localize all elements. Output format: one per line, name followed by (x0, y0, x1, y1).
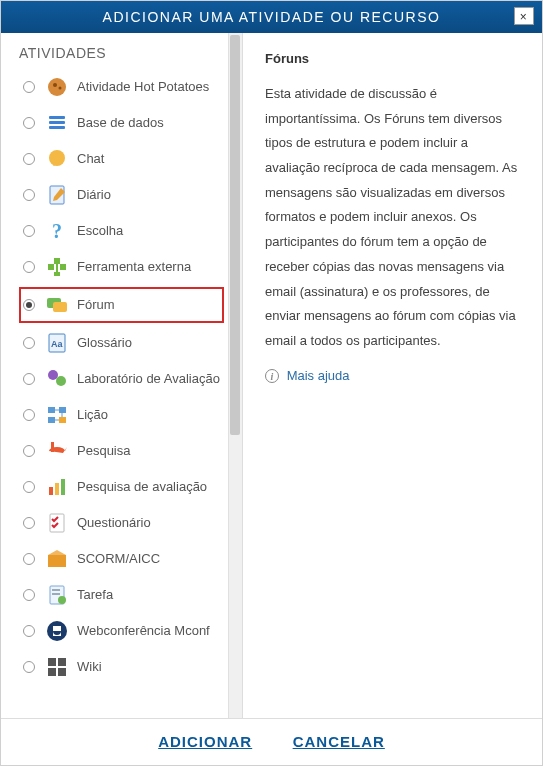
activity-item-glossary[interactable]: AaGlossário (19, 325, 224, 361)
activity-label: Pesquisa (77, 443, 130, 459)
radio-lti[interactable] (23, 261, 35, 273)
activity-label: Wiki (77, 659, 102, 675)
svg-rect-4 (49, 121, 65, 124)
dialog-footer: ADICIONAR CANCELAR (1, 718, 542, 765)
activity-label: Pesquisa de avaliação (77, 479, 207, 495)
lesson-icon (45, 403, 69, 427)
radio-assign[interactable] (23, 589, 35, 601)
activity-item-lesson[interactable]: Lição (19, 397, 224, 433)
svg-rect-29 (52, 589, 60, 591)
activity-item-diary[interactable]: Diário (19, 177, 224, 213)
svg-rect-23 (55, 483, 59, 495)
radio-workshop[interactable] (23, 373, 35, 385)
radio-quiz[interactable] (23, 517, 35, 529)
radio-lesson[interactable] (23, 409, 35, 421)
chat-icon (45, 147, 69, 171)
scrollbar-track[interactable] (228, 33, 242, 718)
diary-icon (45, 183, 69, 207)
activity-label: Base de dados (77, 115, 164, 131)
quiz-icon (45, 511, 69, 535)
activity-label: Diário (77, 187, 111, 203)
svg-rect-9 (48, 264, 54, 270)
mconf-icon (45, 619, 69, 643)
svg-point-15 (48, 370, 58, 380)
more-help-link[interactable]: Mais ajuda (287, 368, 350, 383)
dialog-title: ADICIONAR UMA ATIVIDADE OU RECURSO (103, 9, 441, 25)
svg-rect-10 (60, 264, 66, 270)
activity-item-forum[interactable]: Fórum (19, 287, 224, 323)
activity-item-workshop[interactable]: Laboratório de Avaliação (19, 361, 224, 397)
svg-point-1 (53, 83, 57, 87)
activity-label: Glossário (77, 335, 132, 351)
feedback-icon (45, 475, 69, 499)
activity-label: Webconferência Mconf (77, 623, 210, 639)
scrollbar-thumb[interactable] (230, 35, 240, 435)
svg-rect-24 (61, 479, 65, 495)
database-icon (45, 111, 69, 135)
svg-rect-22 (49, 487, 53, 495)
radio-choice[interactable] (23, 225, 35, 237)
dialog-header: ADICIONAR UMA ATIVIDADE OU RECURSO × (1, 1, 542, 33)
activity-label: Questionário (77, 515, 151, 531)
svg-rect-19 (48, 417, 55, 423)
radio-forum[interactable] (23, 299, 35, 311)
svg-rect-18 (59, 407, 66, 413)
activity-item-survey[interactable]: Pesquisa (19, 433, 224, 469)
description-panel: Fóruns Esta atividade de discussão é imp… (243, 33, 542, 718)
svg-rect-26 (48, 555, 66, 567)
activity-item-hotpotatoes[interactable]: Atividade Hot Potatoes (19, 69, 224, 105)
dialog-body: ATIVIDADES Atividade Hot PotatoesBase de… (1, 33, 542, 718)
activity-item-database[interactable]: Base de dados (19, 105, 224, 141)
close-button[interactable]: × (514, 7, 534, 25)
lti-icon (45, 255, 69, 279)
activity-item-chat[interactable]: Chat (19, 141, 224, 177)
activity-label: Tarefa (77, 587, 113, 603)
choice-icon: ? (45, 219, 69, 243)
description-title: Fóruns (265, 51, 518, 66)
activity-label: Laboratório de Avaliação (77, 371, 220, 387)
workshop-icon (45, 367, 69, 391)
activity-label: Fórum (77, 297, 115, 313)
svg-point-2 (59, 87, 62, 90)
radio-database[interactable] (23, 117, 35, 129)
activity-item-scorm[interactable]: SCORM/AICC (19, 541, 224, 577)
scorm-icon (45, 547, 69, 571)
hotpotatoes-icon (45, 75, 69, 99)
activity-item-feedback[interactable]: Pesquisa de avaliação (19, 469, 224, 505)
svg-point-0 (48, 78, 66, 96)
add-button[interactable]: ADICIONAR (158, 733, 252, 750)
activity-label: SCORM/AICC (77, 551, 160, 567)
wiki-icon (45, 655, 69, 679)
glossary-icon: Aa (45, 331, 69, 355)
svg-rect-33 (58, 658, 66, 666)
radio-diary[interactable] (23, 189, 35, 201)
radio-mconf[interactable] (23, 625, 35, 637)
radio-glossary[interactable] (23, 337, 35, 349)
activity-label: Ferramenta externa (77, 259, 191, 275)
activity-label: Atividade Hot Potatoes (77, 79, 209, 95)
activity-list: Atividade Hot PotatoesBase de dadosChatD… (19, 69, 224, 685)
radio-survey[interactable] (23, 445, 35, 457)
svg-rect-34 (48, 668, 56, 676)
forum-icon (45, 293, 69, 317)
activity-item-lti[interactable]: Ferramenta externa (19, 249, 224, 285)
radio-scorm[interactable] (23, 553, 35, 565)
svg-point-16 (56, 376, 66, 386)
svg-rect-17 (48, 407, 55, 413)
activity-item-assign[interactable]: Tarefa (19, 577, 224, 613)
activity-item-mconf[interactable]: Webconferência Mconf (19, 613, 224, 649)
activity-item-choice[interactable]: ?Escolha (19, 213, 224, 249)
activity-list-panel: ATIVIDADES Atividade Hot PotatoesBase de… (1, 33, 243, 718)
radio-feedback[interactable] (23, 481, 35, 493)
svg-text:Aa: Aa (51, 339, 63, 349)
cancel-button[interactable]: CANCELAR (293, 733, 385, 750)
activity-item-wiki[interactable]: Wiki (19, 649, 224, 685)
radio-hotpotatoes[interactable] (23, 81, 35, 93)
svg-rect-5 (49, 126, 65, 129)
svg-rect-32 (48, 658, 56, 666)
radio-wiki[interactable] (23, 661, 35, 673)
svg-rect-12 (53, 302, 67, 312)
radio-chat[interactable] (23, 153, 35, 165)
survey-icon (45, 439, 69, 463)
activity-item-quiz[interactable]: Questionário (19, 505, 224, 541)
